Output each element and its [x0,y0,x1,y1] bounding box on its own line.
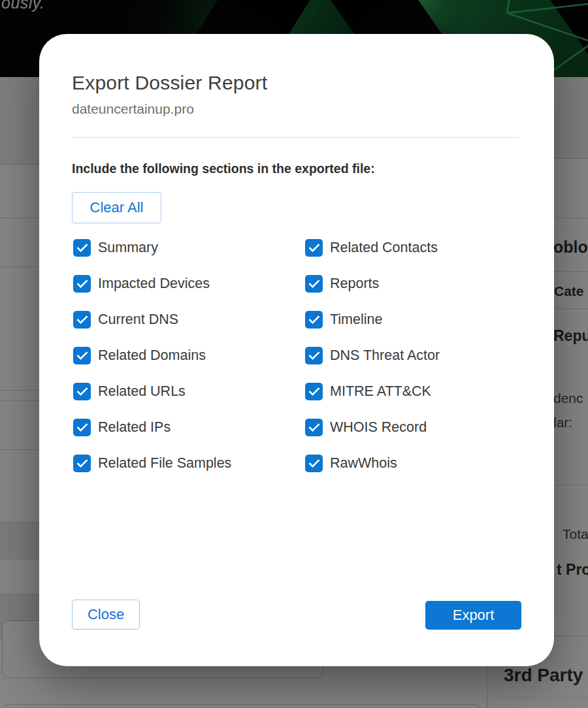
checkbox-label: RawWhois [330,455,397,472]
checkbox-checked[interactable] [305,275,323,293]
checkbox-checked[interactable] [305,311,323,329]
checkbox-label: Current DNS [98,312,178,328]
checkbox-label: Summary [98,240,158,256]
checkbox-checked[interactable] [73,347,91,364]
section-row-dns-threat-actor[interactable]: DNS Threat Actor [305,347,440,364]
section-row-related-ips[interactable]: Related IPs [73,419,231,436]
checkbox-checked[interactable] [73,311,91,329]
checkbox-checked[interactable] [73,419,91,436]
export-dossier-modal: Export Dossier Report dateuncertainup.pr… [39,34,554,666]
modal-domain: dateuncertainup.pro [72,101,194,117]
section-row-related-urls[interactable]: Related URLs [73,383,231,400]
section-row-timeline[interactable]: Timeline [305,311,440,329]
sections-column-right: Related Contacts Reports Timeline DNS Th… [305,239,440,472]
section-row-mitre-attack[interactable]: MITRE ATT&CK [305,383,440,400]
section-row-summary[interactable]: Summary [73,239,231,257]
clear-all-button[interactable]: Clear All [72,192,161,223]
close-button[interactable]: Close [72,600,140,630]
checkbox-checked[interactable] [305,347,323,364]
section-row-reports[interactable]: Reports [305,275,440,293]
section-row-whois-record[interactable]: WHOIS Record [305,419,440,436]
checkbox-label: MITRE ATT&CK [330,383,431,400]
export-button[interactable]: Export [425,601,521,630]
section-row-related-file-samples[interactable]: Related File Samples [73,455,231,472]
checkbox-checked[interactable] [305,455,323,472]
checkbox-checked[interactable] [73,275,91,293]
checkbox-label: Related File Samples [98,455,231,472]
checkbox-label: DNS Threat Actor [330,347,440,364]
section-row-rawwhois[interactable]: RawWhois [305,455,440,472]
checkbox-label: Related IPs [98,419,171,436]
checkbox-label: Impacted Devices [98,276,210,292]
checkbox-checked[interactable] [305,239,323,257]
checkbox-label: Related Domains [98,347,206,364]
checkbox-checked[interactable] [305,383,323,400]
section-row-impacted-devices[interactable]: Impacted Devices [73,275,231,293]
checkbox-label: Reports [330,276,379,292]
checkbox-checked[interactable] [73,239,91,257]
checkbox-checked[interactable] [305,419,323,436]
checkbox-label: Timeline [330,312,382,328]
checkbox-label: Related URLs [98,383,186,400]
checkbox-label: WHOIS Record [330,419,427,436]
checkbox-checked[interactable] [73,383,91,400]
sections-column-left: Summary Impacted Devices Current DNS Rel… [73,239,231,472]
screen: ously. oblo Cate Repu denc lar: Tota t P… [0,0,588,708]
modal-title: Export Dossier Report [72,72,267,94]
section-row-related-domains[interactable]: Related Domains [73,347,231,364]
modal-divider [72,137,519,138]
include-sections-heading: Include the following sections in the ex… [72,161,375,176]
checkbox-checked[interactable] [73,455,91,472]
section-row-related-contacts[interactable]: Related Contacts [305,239,440,257]
section-row-current-dns[interactable]: Current DNS [73,311,231,329]
checkbox-label: Related Contacts [330,240,438,256]
